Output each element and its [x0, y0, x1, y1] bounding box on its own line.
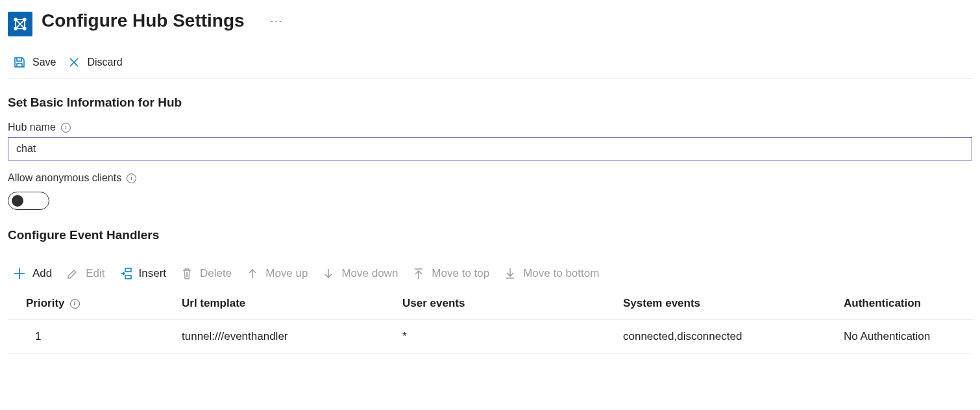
cell-url: tunnel:///eventhandler [177, 320, 397, 354]
save-button[interactable]: Save [13, 56, 56, 69]
movedown-label: Move down [341, 267, 398, 280]
info-icon[interactable]: i [127, 173, 136, 183]
movetop-label: Move to top [432, 267, 489, 280]
arrow-up-icon [246, 267, 259, 280]
handlers-section-heading: Configure Event Handlers [8, 228, 972, 242]
trash-icon [180, 267, 193, 280]
save-label: Save [32, 57, 56, 68]
arrow-bottom-icon [504, 267, 517, 280]
moveup-button[interactable]: Move up [246, 267, 308, 280]
hubname-input[interactable] [8, 137, 972, 160]
cell-auth: No Authentication [839, 320, 972, 354]
info-icon[interactable]: i [61, 123, 71, 133]
add-label: Add [32, 267, 52, 280]
movetop-button[interactable]: Move to top [412, 267, 489, 280]
command-bar: Save Discard [8, 44, 972, 79]
col-system-label: System events [618, 290, 839, 320]
cell-priority: 1 [8, 320, 177, 354]
hubname-label: Hub name [8, 122, 56, 133]
allow-anon-toggle[interactable] [8, 192, 49, 210]
col-priority-label: Priority [26, 297, 65, 310]
movedown-button[interactable]: Move down [322, 267, 398, 280]
close-icon [67, 56, 80, 69]
col-user-label: User events [397, 290, 618, 320]
moveup-label: Move up [265, 267, 308, 280]
event-handlers-section: Configure Event Handlers Add Edit Insert [8, 228, 972, 354]
cell-system: connected,disconnected [618, 320, 839, 354]
basic-section-heading: Set Basic Information for Hub [8, 96, 972, 110]
page-title: Configure Hub Settings [42, 9, 245, 32]
page-header: Configure Hub Settings ··· [8, 6, 972, 44]
col-url-label: Url template [177, 290, 397, 320]
insert-label: Insert [139, 267, 167, 280]
table-header-row: Priority i Url template User events Syst… [8, 290, 972, 320]
insert-button[interactable]: Insert [119, 267, 167, 280]
hubname-label-row: Hub name i [8, 122, 972, 133]
pencil-icon [66, 267, 79, 280]
arrow-top-icon [412, 267, 425, 280]
edit-label: Edit [86, 267, 104, 280]
delete-label: Delete [200, 267, 232, 280]
table-row[interactable]: 1 tunnel:///eventhandler * connected,dis… [8, 320, 972, 354]
insert-icon [119, 267, 132, 280]
edit-button[interactable]: Edit [66, 267, 104, 280]
handlers-toolbar: Add Edit Insert Delete [8, 254, 972, 290]
cell-user: * [397, 320, 618, 354]
svg-rect-4 [125, 268, 131, 272]
col-auth-label: Authentication [839, 290, 972, 320]
resource-icon [8, 12, 32, 36]
more-actions-button[interactable]: ··· [254, 9, 283, 27]
event-handlers-table: Priority i Url template User events Syst… [8, 290, 972, 354]
add-button[interactable]: Add [13, 267, 52, 280]
movebottom-button[interactable]: Move to bottom [504, 267, 599, 280]
info-icon[interactable]: i [70, 299, 80, 309]
save-icon [13, 56, 26, 69]
svg-rect-5 [125, 275, 131, 279]
toggle-knob [12, 195, 23, 207]
movebottom-label: Move to bottom [523, 267, 599, 280]
delete-button[interactable]: Delete [180, 267, 232, 280]
allow-anon-label: Allow anonymous clients [8, 172, 121, 184]
discard-button[interactable]: Discard [67, 56, 122, 69]
basic-info-section: Set Basic Information for Hub Hub name i… [8, 96, 972, 210]
plus-icon [13, 267, 26, 280]
discard-label: Discard [87, 57, 122, 68]
arrow-down-icon [322, 267, 335, 280]
allow-anon-label-row: Allow anonymous clients i [8, 172, 972, 184]
